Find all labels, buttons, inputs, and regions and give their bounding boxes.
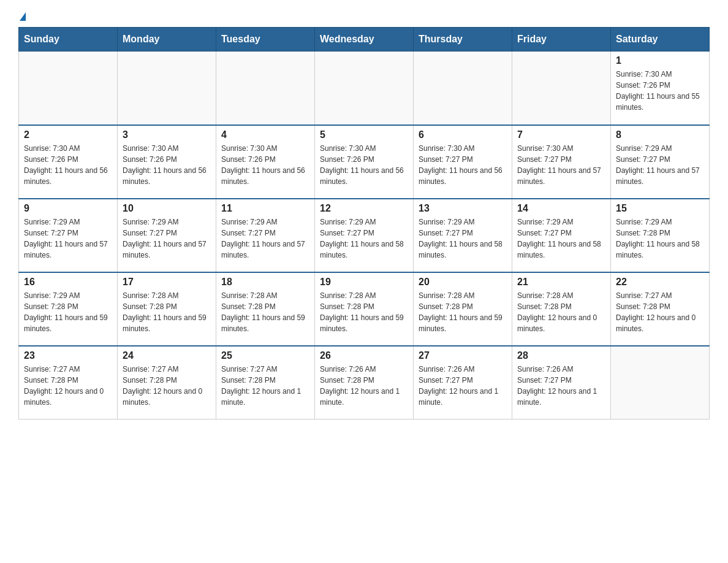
day-number: 6	[419, 129, 507, 140]
calendar-cell: 7Sunrise: 7:30 AM Sunset: 7:27 PM Daylig…	[512, 125, 611, 199]
calendar-cell: 24Sunrise: 7:27 AM Sunset: 7:28 PM Dayli…	[118, 346, 216, 419]
calendar-cell: 25Sunrise: 7:27 AM Sunset: 7:28 PM Dayli…	[216, 346, 315, 419]
calendar-cell	[216, 52, 315, 125]
calendar-cell: 4Sunrise: 7:30 AM Sunset: 7:26 PM Daylig…	[216, 125, 315, 199]
day-number: 17	[123, 277, 211, 288]
calendar-cell: 11Sunrise: 7:29 AM Sunset: 7:27 PM Dayli…	[216, 199, 315, 272]
day-number: 5	[320, 129, 408, 140]
day-info: Sunrise: 7:30 AM Sunset: 7:26 PM Dayligh…	[123, 143, 211, 187]
day-info: Sunrise: 7:29 AM Sunset: 7:27 PM Dayligh…	[221, 216, 309, 261]
day-number: 26	[320, 350, 408, 361]
calendar-cell: 14Sunrise: 7:29 AM Sunset: 7:27 PM Dayli…	[512, 199, 611, 272]
day-info: Sunrise: 7:27 AM Sunset: 7:28 PM Dayligh…	[123, 364, 211, 408]
calendar-cell	[118, 52, 216, 125]
day-of-week-header: Thursday	[414, 28, 512, 52]
day-number: 9	[24, 203, 112, 214]
day-info: Sunrise: 7:30 AM Sunset: 7:26 PM Dayligh…	[320, 143, 408, 187]
calendar-cell	[315, 52, 414, 125]
day-info: Sunrise: 7:30 AM Sunset: 7:26 PM Dayligh…	[24, 143, 112, 187]
calendar-week-row: 2Sunrise: 7:30 AM Sunset: 7:26 PM Daylig…	[19, 125, 710, 199]
calendar-cell: 5Sunrise: 7:30 AM Sunset: 7:26 PM Daylig…	[315, 125, 414, 199]
calendar-cell: 26Sunrise: 7:26 AM Sunset: 7:28 PM Dayli…	[315, 346, 414, 419]
calendar-cell: 12Sunrise: 7:29 AM Sunset: 7:27 PM Dayli…	[315, 199, 414, 272]
day-number: 4	[221, 129, 309, 140]
calendar-cell	[512, 52, 611, 125]
calendar-cell: 22Sunrise: 7:27 AM Sunset: 7:28 PM Dayli…	[611, 272, 710, 346]
calendar-cell	[414, 52, 512, 125]
day-of-week-header: Saturday	[611, 28, 710, 52]
calendar-cell: 27Sunrise: 7:26 AM Sunset: 7:27 PM Dayli…	[414, 346, 512, 419]
calendar-cell: 23Sunrise: 7:27 AM Sunset: 7:28 PM Dayli…	[19, 346, 118, 419]
day-number: 3	[123, 129, 211, 140]
day-info: Sunrise: 7:28 AM Sunset: 7:28 PM Dayligh…	[123, 290, 211, 334]
calendar-week-row: 9Sunrise: 7:29 AM Sunset: 7:27 PM Daylig…	[19, 199, 710, 272]
calendar-week-row: 23Sunrise: 7:27 AM Sunset: 7:28 PM Dayli…	[19, 346, 710, 419]
day-info: Sunrise: 7:26 AM Sunset: 7:27 PM Dayligh…	[517, 364, 605, 408]
calendar-cell: 19Sunrise: 7:28 AM Sunset: 7:28 PM Dayli…	[315, 272, 414, 346]
day-number: 20	[419, 277, 507, 288]
calendar-cell	[611, 346, 710, 419]
logo	[18, 12, 26, 21]
day-info: Sunrise: 7:26 AM Sunset: 7:28 PM Dayligh…	[320, 364, 408, 408]
day-info: Sunrise: 7:29 AM Sunset: 7:27 PM Dayligh…	[419, 216, 507, 261]
calendar-week-row: 1Sunrise: 7:30 AM Sunset: 7:26 PM Daylig…	[19, 52, 710, 125]
day-number: 22	[616, 277, 704, 288]
day-info: Sunrise: 7:29 AM Sunset: 7:28 PM Dayligh…	[24, 290, 112, 334]
calendar-week-row: 16Sunrise: 7:29 AM Sunset: 7:28 PM Dayli…	[19, 272, 710, 346]
calendar-cell: 8Sunrise: 7:29 AM Sunset: 7:27 PM Daylig…	[611, 125, 710, 199]
day-number: 10	[123, 203, 211, 214]
calendar-cell: 15Sunrise: 7:29 AM Sunset: 7:28 PM Dayli…	[611, 199, 710, 272]
day-number: 19	[320, 277, 408, 288]
day-number: 11	[221, 203, 309, 214]
day-info: Sunrise: 7:30 AM Sunset: 7:26 PM Dayligh…	[221, 143, 309, 187]
calendar-cell	[19, 52, 118, 125]
calendar-header-row: SundayMondayTuesdayWednesdayThursdayFrid…	[19, 28, 710, 52]
day-info: Sunrise: 7:29 AM Sunset: 7:28 PM Dayligh…	[616, 216, 704, 261]
page-header	[18, 12, 710, 21]
day-info: Sunrise: 7:29 AM Sunset: 7:27 PM Dayligh…	[24, 216, 112, 261]
day-info: Sunrise: 7:27 AM Sunset: 7:28 PM Dayligh…	[24, 364, 112, 408]
day-info: Sunrise: 7:28 AM Sunset: 7:28 PM Dayligh…	[320, 290, 408, 334]
day-info: Sunrise: 7:26 AM Sunset: 7:27 PM Dayligh…	[419, 364, 507, 408]
calendar-cell: 20Sunrise: 7:28 AM Sunset: 7:28 PM Dayli…	[414, 272, 512, 346]
calendar-cell: 6Sunrise: 7:30 AM Sunset: 7:27 PM Daylig…	[414, 125, 512, 199]
day-info: Sunrise: 7:27 AM Sunset: 7:28 PM Dayligh…	[221, 364, 309, 408]
day-of-week-header: Sunday	[19, 28, 118, 52]
logo-triangle-icon	[20, 12, 26, 21]
calendar-cell: 28Sunrise: 7:26 AM Sunset: 7:27 PM Dayli…	[512, 346, 611, 419]
calendar-cell: 9Sunrise: 7:29 AM Sunset: 7:27 PM Daylig…	[19, 199, 118, 272]
day-info: Sunrise: 7:30 AM Sunset: 7:26 PM Dayligh…	[616, 69, 704, 113]
day-of-week-header: Friday	[512, 28, 611, 52]
calendar-cell: 17Sunrise: 7:28 AM Sunset: 7:28 PM Dayli…	[118, 272, 216, 346]
day-number: 21	[517, 277, 605, 288]
day-info: Sunrise: 7:29 AM Sunset: 7:27 PM Dayligh…	[616, 143, 704, 187]
day-info: Sunrise: 7:28 AM Sunset: 7:28 PM Dayligh…	[221, 290, 309, 334]
day-info: Sunrise: 7:30 AM Sunset: 7:27 PM Dayligh…	[419, 143, 507, 187]
calendar-cell: 21Sunrise: 7:28 AM Sunset: 7:28 PM Dayli…	[512, 272, 611, 346]
day-number: 18	[221, 277, 309, 288]
day-number: 27	[419, 350, 507, 361]
day-info: Sunrise: 7:29 AM Sunset: 7:27 PM Dayligh…	[517, 216, 605, 261]
day-of-week-header: Tuesday	[216, 28, 315, 52]
day-info: Sunrise: 7:30 AM Sunset: 7:27 PM Dayligh…	[517, 143, 605, 187]
calendar-cell: 3Sunrise: 7:30 AM Sunset: 7:26 PM Daylig…	[118, 125, 216, 199]
calendar-cell: 2Sunrise: 7:30 AM Sunset: 7:26 PM Daylig…	[19, 125, 118, 199]
day-of-week-header: Wednesday	[315, 28, 414, 52]
day-info: Sunrise: 7:27 AM Sunset: 7:28 PM Dayligh…	[616, 290, 704, 334]
day-number: 1	[616, 55, 704, 66]
calendar-cell: 1Sunrise: 7:30 AM Sunset: 7:26 PM Daylig…	[611, 52, 710, 125]
day-number: 24	[123, 350, 211, 361]
day-number: 12	[320, 203, 408, 214]
day-number: 16	[24, 277, 112, 288]
day-number: 25	[221, 350, 309, 361]
day-number: 8	[616, 129, 704, 140]
day-number: 15	[616, 203, 704, 214]
day-info: Sunrise: 7:28 AM Sunset: 7:28 PM Dayligh…	[419, 290, 507, 334]
calendar-cell: 10Sunrise: 7:29 AM Sunset: 7:27 PM Dayli…	[118, 199, 216, 272]
calendar-table: SundayMondayTuesdayWednesdayThursdayFrid…	[18, 27, 710, 419]
day-number: 2	[24, 129, 112, 140]
calendar-cell: 16Sunrise: 7:29 AM Sunset: 7:28 PM Dayli…	[19, 272, 118, 346]
day-number: 14	[517, 203, 605, 214]
day-info: Sunrise: 7:29 AM Sunset: 7:27 PM Dayligh…	[123, 216, 211, 261]
day-number: 13	[419, 203, 507, 214]
